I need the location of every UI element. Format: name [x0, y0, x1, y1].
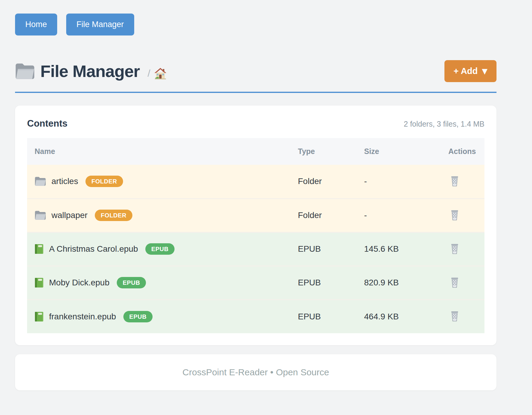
table-header-row: Name Type Size Actions: [27, 138, 484, 165]
nav-home-button[interactable]: Home: [15, 14, 57, 35]
file-type-badge: EPUB: [123, 311, 153, 322]
file-size: -: [357, 165, 441, 198]
table-row: articles FOLDER Folder -: [27, 165, 484, 198]
folder-icon: [35, 177, 46, 186]
table-row: wallpaper FOLDER Folder -: [27, 198, 484, 232]
file-table-body: articles FOLDER Folder - wallpaper: [27, 165, 484, 333]
column-header-size: Size: [357, 138, 441, 165]
page-header: File Manager / + Add ▼: [15, 60, 496, 82]
breadcrumb: /: [147, 67, 166, 80]
file-type: EPUB: [290, 266, 357, 300]
trash-icon: [450, 310, 460, 322]
nav-file-manager-button[interactable]: File Manager: [66, 14, 134, 35]
file-table: Name Type Size Actions articles FOLDER F…: [27, 138, 484, 333]
file-size: -: [357, 198, 441, 232]
file-type-badge: EPUB: [145, 243, 175, 255]
file-type: EPUB: [290, 232, 357, 266]
top-nav: Home File Manager: [15, 0, 496, 35]
trash-icon: [450, 209, 460, 221]
file-type-badge: EPUB: [117, 277, 146, 288]
footer-card: CrossPoint E-Reader • Open Source: [15, 354, 496, 390]
table-row: Moby Dick.epub EPUB EPUB 820.9 KB: [27, 266, 484, 300]
add-dropdown-button[interactable]: + Add ▼: [444, 60, 496, 82]
file-name[interactable]: articles: [51, 177, 78, 186]
add-button-label: + Add: [453, 67, 478, 75]
green-book-icon: [35, 312, 44, 322]
column-header-actions: Actions: [441, 138, 484, 165]
file-name[interactable]: Moby Dick.epub: [49, 278, 110, 287]
column-header-name: Name: [27, 138, 290, 165]
file-type-badge: FOLDER: [85, 176, 123, 187]
page-title: File Manager: [40, 61, 140, 81]
green-book-icon: [35, 244, 44, 254]
file-size: 820.9 KB: [357, 266, 441, 300]
contents-summary: 2 folders, 3 files, 1.4 MB: [404, 120, 484, 128]
contents-card: Contents 2 folders, 3 files, 1.4 MB Name…: [15, 106, 496, 345]
file-size: 145.6 KB: [357, 232, 441, 266]
footer-text: CrossPoint E-Reader • Open Source: [182, 367, 329, 377]
delete-button[interactable]: [448, 309, 461, 323]
table-row: A Christmas Carol.epub EPUB EPUB 145.6 K…: [27, 232, 484, 266]
file-name[interactable]: A Christmas Carol.epub: [49, 244, 138, 254]
column-header-type: Type: [290, 138, 357, 165]
breadcrumb-separator: /: [147, 67, 150, 79]
file-name[interactable]: frankenstein.epub: [49, 312, 116, 321]
contents-title: Contents: [27, 118, 67, 129]
delete-button[interactable]: [448, 275, 461, 289]
file-type-badge: FOLDER: [95, 210, 132, 221]
chevron-down-icon: ▼: [482, 68, 487, 75]
folder-icon: [15, 63, 35, 80]
trash-icon: [450, 175, 460, 187]
delete-button[interactable]: [448, 208, 461, 222]
house-icon[interactable]: [154, 67, 167, 80]
folder-icon: [35, 211, 46, 220]
delete-button[interactable]: [448, 174, 461, 188]
title-divider: [15, 92, 496, 93]
green-book-icon: [35, 278, 44, 288]
table-row: frankenstein.epub EPUB EPUB 464.9 KB: [27, 300, 484, 333]
delete-button[interactable]: [448, 242, 461, 256]
trash-icon: [450, 243, 460, 254]
page-container: Home File Manager File Manager / + Add ▼: [15, 0, 496, 390]
file-type: EPUB: [290, 300, 357, 333]
file-type: Folder: [290, 165, 357, 198]
file-name[interactable]: wallpaper: [51, 211, 88, 220]
file-type: Folder: [290, 198, 357, 232]
file-size: 464.9 KB: [357, 300, 441, 333]
trash-icon: [450, 277, 460, 288]
